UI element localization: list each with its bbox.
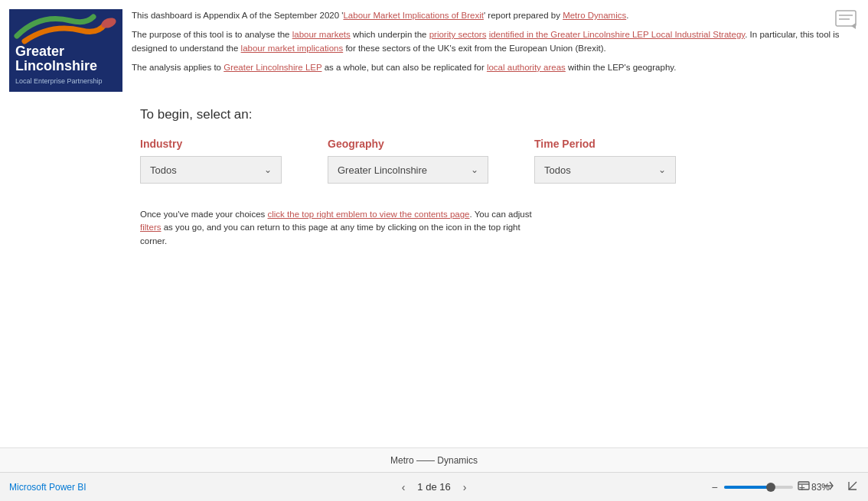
industry-value: Todos (150, 164, 177, 176)
instructions-text: Once you've made your choices click the … (0, 196, 551, 248)
main-content: Greater Lincolnshire Local Enterprise Pa… (0, 0, 868, 472)
content-spacer (0, 248, 868, 447)
svg-rect-5 (798, 482, 809, 490)
svg-marker-3 (851, 23, 856, 29)
bottom-toolbar: Microsoft Power BI ‹ 1 de 16 › − + 83% (0, 472, 868, 501)
selectors-row: Industry Todos ⌄ Geography Greater Linco… (140, 138, 850, 184)
footer-bar: Metro —— Dynamics (0, 447, 868, 472)
zoom-slider-fill (724, 486, 772, 489)
description-text: This dashboard is Appendix A of the Sept… (132, 9, 856, 92)
zoom-slider-track[interactable] (724, 486, 793, 489)
footer-brand: Metro —— Dynamics (390, 455, 478, 466)
logo-text-lep: Local Enterprise Partnership (15, 77, 103, 86)
industry-selector-group: Industry Todos ⌄ (140, 138, 282, 184)
expand-icon-button[interactable] (844, 478, 862, 496)
prev-page-button[interactable]: ‹ (397, 480, 410, 495)
fullscreen-icon-button[interactable] (795, 478, 813, 496)
industry-chevron-icon: ⌄ (264, 164, 272, 175)
logo-text-lincolnshire: Lincolnshire (15, 59, 97, 74)
logo-box: Greater Lincolnshire Local Enterprise Pa… (9, 9, 122, 92)
powerbi-link[interactable]: Microsoft Power BI (9, 482, 86, 493)
geography-selector-group: Geography Greater Lincolnshire ⌄ (328, 138, 488, 184)
description-para1: This dashboard is Appendix A of the Sept… (132, 9, 856, 22)
geography-dropdown[interactable]: Greater Lincolnshire ⌄ (328, 156, 488, 184)
time-period-value: Todos (544, 164, 571, 176)
instructions-content: Once you've made your choices click the … (140, 210, 532, 246)
right-icons-area (795, 478, 862, 496)
zoom-out-button[interactable]: − (710, 481, 720, 493)
top-right-icon[interactable] (834, 9, 859, 34)
time-period-dropdown[interactable]: Todos ⌄ (534, 156, 676, 184)
zoom-slider-thumb[interactable] (766, 483, 775, 492)
page-info: 1 de 16 (417, 481, 450, 493)
pagination-area: ‹ 1 de 16 › (397, 480, 472, 495)
time-period-selector-group: Time Period Todos ⌄ (534, 138, 676, 184)
top-section: Greater Lincolnshire Local Enterprise Pa… (0, 0, 868, 99)
time-period-label: Time Period (534, 138, 676, 150)
description-para2: The purpose of this tool is to analyse t… (132, 28, 856, 55)
industry-dropdown[interactable]: Todos ⌄ (140, 156, 282, 184)
svg-rect-0 (836, 11, 856, 26)
geography-value: Greater Lincolnshire (338, 164, 427, 176)
description-para3: The analysis applies to Greater Lincolns… (132, 61, 856, 74)
industry-label: Industry (140, 138, 282, 150)
next-page-button[interactable]: › (458, 480, 472, 495)
geography-chevron-icon: ⌄ (471, 164, 478, 175)
time-period-chevron-icon: ⌄ (658, 164, 666, 175)
begin-section: To begin, select an: Industry Todos ⌄ Ge… (0, 99, 868, 196)
geography-label: Geography (328, 138, 488, 150)
share-icon-button[interactable] (819, 478, 837, 496)
begin-title: To begin, select an: (140, 107, 850, 122)
